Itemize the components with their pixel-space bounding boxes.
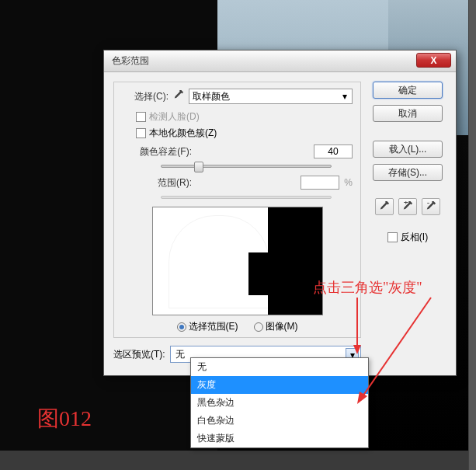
ok-button[interactable]: 确定 (373, 82, 443, 99)
preview-mode-dropdown[interactable]: 无灰度黑色杂边白色杂边快速蒙版 (190, 357, 369, 448)
main-fieldset: 选择(C): 取样颜色 ▾ 检测人脸(D) 本地化颜色簇(Z) (113, 82, 361, 338)
radio-image-label: 图像(M) (266, 320, 298, 333)
select-mode-value: 取样颜色 (193, 90, 230, 103)
range-label: 范围(R): (122, 176, 192, 190)
fuzziness-label: 颜色容差(F): (122, 145, 192, 158)
dropdown-item[interactable]: 快速蒙版 (191, 430, 368, 447)
eyedropper-icon (379, 201, 390, 212)
dropdown-item[interactable]: 白色杂边 (191, 412, 368, 430)
radio-selection[interactable] (177, 322, 186, 332)
radio-selection-label: 选择范围(E) (189, 320, 238, 333)
load-button[interactable]: 载入(L)... (373, 141, 443, 158)
radio-image[interactable] (254, 322, 263, 332)
fuzziness-input[interactable] (314, 144, 353, 158)
eyedropper-minus-button[interactable]: - (422, 198, 440, 215)
dropdown-item[interactable]: 灰度 (191, 376, 368, 394)
dropdown-item[interactable]: 无 (191, 358, 368, 376)
select-label: 选择(C): (122, 90, 169, 103)
eyedropper-icon (173, 90, 184, 103)
titlebar[interactable]: 色彩范围 X (104, 50, 456, 72)
chevron-down-icon: ▾ (339, 91, 350, 102)
detect-faces-checkbox[interactable] (136, 112, 146, 122)
eyedropper-plus-icon: + (402, 201, 413, 212)
color-range-dialog: 色彩范围 X 选择(C): 取样颜色 ▾ 检测人脸(D (103, 50, 457, 376)
annotation-text: 点击三角选"灰度" (313, 278, 422, 297)
dialog-title: 色彩范围 (112, 54, 149, 68)
svg-text:-: - (427, 201, 430, 207)
invert-checkbox[interactable] (387, 232, 398, 242)
figure-label: 图012 (37, 404, 92, 433)
fuzziness-slider[interactable] (161, 165, 332, 168)
cancel-button[interactable]: 取消 (373, 105, 443, 122)
preview-mode-value: 无 (175, 348, 185, 361)
preview-mode-label: 选区预览(T): (113, 348, 165, 361)
range-slider (161, 196, 332, 199)
close-button[interactable]: X (416, 53, 451, 68)
eyedropper-minus-icon: - (426, 201, 436, 212)
panel-edge (468, 0, 476, 470)
localized-label: 本地化颜色簇(Z) (149, 127, 217, 140)
range-unit: % (344, 177, 353, 188)
svg-text:+: + (404, 201, 408, 207)
localized-checkbox[interactable] (136, 128, 146, 138)
selection-preview-image[interactable] (152, 207, 323, 315)
range-input (301, 176, 339, 190)
dropdown-item[interactable]: 黑色杂边 (191, 394, 368, 412)
slider-thumb[interactable] (194, 162, 203, 172)
eyedropper-button[interactable] (375, 198, 394, 215)
detect-faces-label: 检测人脸(D) (149, 110, 200, 124)
close-icon: X (430, 55, 436, 66)
save-button[interactable]: 存储(S)... (373, 164, 443, 181)
eyedropper-plus-button[interactable]: + (398, 198, 417, 215)
select-mode-combo[interactable]: 取样颜色 ▾ (189, 89, 353, 104)
invert-label: 反相(I) (401, 231, 428, 244)
